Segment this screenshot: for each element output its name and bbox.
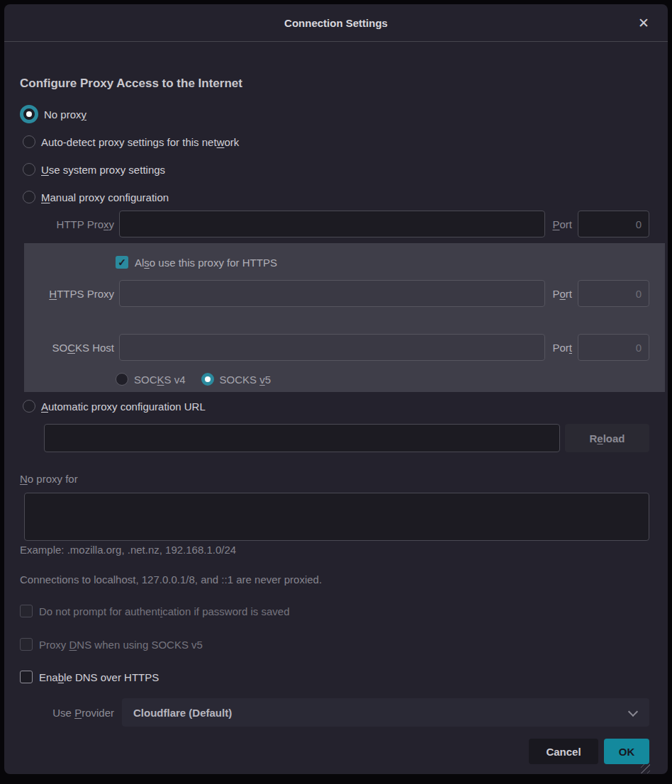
socks-port-input[interactable] (578, 334, 649, 361)
socks-v4-radio[interactable] (116, 373, 128, 386)
socks-port-label: Port (552, 342, 572, 354)
socks-v5-label[interactable]: SOCKS v5 (220, 374, 271, 386)
socks-host-input[interactable] (119, 334, 545, 361)
no-proxy-example-text: Example: .mozilla.org, .net.nz, 192.168.… (20, 544, 236, 556)
auto-detect-label[interactable]: Auto-detect proxy settings for this netw… (41, 136, 239, 148)
https-proxy-input[interactable] (119, 280, 545, 307)
auto-detect-radio[interactable] (23, 135, 35, 148)
localhost-note-text: Connections to localhost, 127.0.0.1/8, a… (20, 573, 322, 586)
auto-url-row: Reload (44, 424, 649, 452)
manual-proxy-radio[interactable] (23, 191, 35, 203)
https-proxy-label: HTTPS Proxy (20, 288, 114, 300)
http-port-label: Port (552, 218, 572, 230)
socks-version-row: SOCKS v4 SOCKS v5 (116, 370, 271, 388)
cancel-button[interactable]: Cancel (529, 739, 598, 764)
check-icon: ✓ (118, 257, 126, 267)
auto-url-radio[interactable] (23, 400, 35, 413)
enable-doh-checkbox[interactable] (20, 671, 33, 683)
doh-provider-row: Use Provider Cloudflare (Default) (20, 698, 649, 727)
no-prompt-label[interactable]: Do not prompt for authentication if pass… (39, 605, 290, 617)
proxy-dns-label[interactable]: Proxy DNS when using SOCKS v5 (39, 639, 203, 651)
proxy-dns-checkbox[interactable] (20, 638, 33, 651)
ok-button[interactable]: OK (604, 739, 649, 764)
chevron-down-icon (628, 707, 638, 717)
dialog-title: Connection Settings (284, 17, 388, 29)
manual-proxy-label[interactable]: Manual proxy configuration (41, 191, 169, 203)
reload-button[interactable]: Reload (565, 424, 649, 452)
doh-provider-value: Cloudflare (Default) (133, 707, 232, 719)
radio-row-auto-url[interactable]: Automatic proxy configuration URL (20, 397, 206, 415)
socks-host-label: SOCKS Host (20, 342, 114, 354)
https-port-input[interactable] (578, 280, 649, 307)
radio-row-use-system[interactable]: Use system proxy settings (20, 160, 165, 179)
socks-v4-label[interactable]: SOCKS v4 (134, 374, 186, 386)
use-provider-label: Use Provider (20, 707, 114, 719)
enable-doh-row[interactable]: Enable DNS over HTTPS (20, 668, 159, 686)
radio-row-auto-detect[interactable]: Auto-detect proxy settings for this netw… (20, 133, 239, 151)
http-proxy-row: HTTP Proxy Port (20, 210, 649, 238)
radio-row-manual[interactable]: Manual proxy configuration (20, 188, 169, 206)
https-proxy-row: HTTPS Proxy Port (20, 279, 649, 308)
auto-url-input[interactable] (44, 424, 560, 452)
http-proxy-label: HTTP Proxy (20, 218, 114, 230)
use-system-radio[interactable] (23, 163, 35, 176)
also-https-checkbox[interactable]: ✓ (116, 256, 128, 269)
also-https-row[interactable]: ✓ Also use this proxy for HTTPS (116, 253, 277, 271)
no-proxy-for-textarea[interactable] (24, 493, 649, 541)
use-system-label[interactable]: Use system proxy settings (41, 164, 165, 176)
close-icon[interactable]: ✕ (631, 4, 656, 42)
no-prompt-checkbox[interactable] (20, 605, 33, 617)
also-https-label[interactable]: Also use this proxy for HTTPS (135, 257, 277, 269)
auto-url-label[interactable]: Automatic proxy configuration URL (41, 401, 206, 413)
no-proxy-label[interactable]: No proxy (44, 108, 86, 121)
enable-doh-label[interactable]: Enable DNS over HTTPS (39, 671, 159, 683)
titlebar: Connection Settings ✕ (4, 4, 668, 42)
https-port-label: Port (552, 288, 572, 300)
socks-v5-radio[interactable] (201, 373, 214, 386)
proxy-dns-row[interactable]: Proxy DNS when using SOCKS v5 (20, 635, 203, 654)
resize-grip[interactable] (641, 764, 650, 773)
page-title: Configure Proxy Access to the Internet (20, 77, 242, 91)
doh-provider-select[interactable]: Cloudflare (Default) (122, 698, 649, 727)
socks-host-row: SOCKS Host Port (20, 333, 649, 362)
no-proxy-for-label: No proxy for (20, 473, 78, 485)
http-proxy-input[interactable] (119, 211, 545, 237)
radio-row-no-proxy[interactable]: No proxy (20, 105, 86, 123)
connection-settings-dialog: Connection Settings ✕ Configure Proxy Ac… (4, 4, 668, 774)
no-proxy-radio[interactable] (20, 105, 38, 123)
no-prompt-row[interactable]: Do not prompt for authentication if pass… (20, 602, 290, 620)
http-port-input[interactable] (578, 211, 649, 237)
